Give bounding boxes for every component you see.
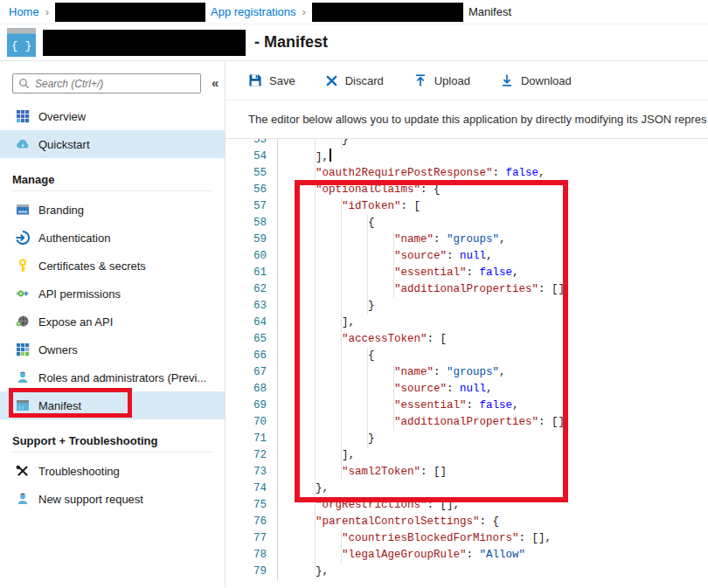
line-number: 59 — [226, 232, 267, 248]
branding-window-icon: www — [16, 203, 30, 217]
upload-button-label: Upload — [434, 74, 470, 87]
code-line[interactable]: { — [289, 215, 708, 232]
code-line[interactable]: ], — [289, 447, 708, 464]
chevron-right-icon: › — [302, 5, 306, 18]
sidebar-nav: OverviewQuickstartManagewwwBrandingAuthe… — [0, 102, 225, 513]
sidebar-item-quickstart[interactable]: Quickstart — [0, 130, 225, 158]
code-line[interactable]: "parentalControlSettings": { — [289, 514, 708, 530]
line-number: 56 — [226, 182, 267, 198]
line-number: 78 — [226, 547, 267, 564]
code-line[interactable]: "essential": false, — [289, 398, 708, 414]
code-line[interactable]: } — [289, 298, 708, 315]
sidebar-item-label: New support request — [38, 493, 143, 506]
code-line[interactable]: "source": null, — [289, 248, 708, 265]
sidebar-item-manifest[interactable]: ()Manifest — [0, 391, 225, 419]
code-line[interactable]: "additionalProperties": [] — [289, 414, 708, 431]
editor-description: The editor below allows you to update th… — [226, 100, 708, 139]
sidebar-section-support-troubleshooting: Support + Troubleshooting — [0, 431, 225, 452]
line-number: 65 — [226, 331, 267, 348]
code-line[interactable]: }, — [289, 564, 708, 580]
sidebar-item-api-permissions[interactable]: API permissions — [0, 280, 225, 308]
breadcrumb-app-registrations-link[interactable]: App registrations — [211, 5, 296, 18]
sidebar-item-label: Certificates & secrets — [38, 259, 146, 273]
line-number: 69 — [226, 398, 267, 414]
breadcrumb: Home › App registrations › Manifest — [0, 0, 708, 24]
collapse-sidebar-icon[interactable]: « — [212, 75, 219, 90]
sidebar-item-owners[interactable]: Owners — [0, 336, 225, 363]
code-line[interactable]: "legalAgeGroupRule": "Allow" — [289, 547, 708, 564]
manifest-json-editor[interactable]: 5354555657585960616263646566676869707172… — [226, 139, 708, 587]
download-arrow-icon — [500, 73, 514, 87]
line-number: 74 — [226, 481, 267, 497]
page-title: - Manifest — [254, 33, 328, 52]
code-line[interactable]: "optionalClaims": { — [289, 182, 708, 198]
sidebar-item-new-support-request[interactable]: New support request — [0, 485, 225, 513]
sidebar-section-manage: Manage — [0, 169, 225, 190]
code-line[interactable]: "countriesBlockedForMinors": [], — [289, 530, 708, 547]
search-input[interactable] — [35, 78, 195, 90]
line-number-gutter: 5354555657585960616263646566676869707172… — [226, 139, 278, 580]
sidebar-item-expose-an-api[interactable]: Expose an API — [0, 308, 225, 336]
save-button[interactable]: Save — [248, 73, 295, 87]
content-pane: SaveDiscardUploadDownload The editor bel… — [226, 61, 708, 587]
search-box — [12, 73, 201, 93]
sidebar-item-label: Branding — [38, 204, 84, 217]
code-line[interactable]: }, — [289, 481, 708, 497]
sidebar-item-authentication[interactable]: Authentication — [0, 224, 225, 252]
text-cursor — [330, 149, 331, 162]
line-number: 53 — [226, 139, 267, 149]
sidebar-item-branding[interactable]: wwwBranding — [0, 196, 225, 224]
code-line[interactable]: "essential": false, — [289, 265, 708, 281]
upload-button[interactable]: Upload — [413, 73, 470, 87]
redacted-directory-name — [55, 3, 205, 22]
authentication-signin-icon — [16, 231, 30, 245]
line-number: 67 — [226, 364, 267, 381]
sidebar-item-overview[interactable]: Overview — [0, 102, 225, 130]
overview-grid-icon — [16, 109, 30, 123]
breadcrumb-home-link[interactable]: Home — [9, 5, 39, 18]
code-line[interactable]: "orgRestrictions": [], — [289, 497, 708, 514]
sidebar-item-label: Expose an API — [38, 315, 113, 329]
code-line[interactable]: "saml2Token": [] — [289, 464, 708, 481]
line-number: 79 — [226, 564, 267, 580]
sidebar-item-certificates-secrets[interactable]: Certificates & secrets — [0, 252, 225, 280]
code-line[interactable]: { — [289, 348, 708, 364]
api-permissions-arrow-icon — [16, 287, 30, 301]
page-title-bar: { } - Manifest — [0, 24, 708, 61]
code-line[interactable]: "accessToken": [ — [289, 331, 708, 348]
code-line[interactable]: ], — [289, 149, 708, 165]
sidebar-item-label: Authentication — [38, 232, 110, 245]
sidebar-item-label: Overview — [38, 110, 86, 123]
code-line[interactable]: } — [289, 139, 708, 149]
code-line[interactable]: "source": null, — [289, 381, 708, 398]
azure-portal-page: Home › App registrations › Manifest { } … — [0, 0, 708, 588]
sidebar-item-roles-and-administrators[interactable]: Roles and administrators (Previ... — [0, 363, 225, 391]
sidebar-item-label: Manifest — [38, 399, 81, 412]
sidebar: « OverviewQuickstartManagewwwBrandingAut… — [0, 61, 226, 587]
upload-arrow-icon — [413, 73, 427, 87]
save-icon — [248, 73, 262, 87]
owners-grid-icon — [16, 342, 30, 356]
line-number: 77 — [226, 530, 267, 547]
svg-text:www: www — [18, 210, 28, 214]
sidebar-item-label: Troubleshooting — [38, 465, 120, 478]
discard-button[interactable]: Discard — [325, 74, 384, 87]
line-number: 63 — [226, 298, 267, 315]
crossed-tools-icon — [16, 464, 30, 478]
svg-text:{ }: { } — [11, 39, 31, 52]
line-number: 76 — [226, 514, 267, 530]
discard-x-icon — [325, 74, 338, 87]
sidebar-item-troubleshooting[interactable]: Troubleshooting — [0, 457, 225, 485]
code-line[interactable]: "additionalProperties": [] — [289, 281, 708, 298]
code-line[interactable]: "name": "groups", — [289, 232, 708, 248]
line-number: 72 — [226, 447, 267, 464]
code-line[interactable]: ], — [289, 315, 708, 331]
manifest-window-icon: () — [16, 398, 30, 412]
code-line[interactable]: "name": "groups", — [289, 364, 708, 381]
code-line[interactable]: "oauth2RequirePostResponse": false, — [289, 165, 708, 182]
download-button[interactable]: Download — [500, 73, 572, 87]
code-area[interactable]: }],"oauth2RequirePostResponse": false,"o… — [278, 139, 708, 580]
code-line[interactable]: "idToken": [ — [289, 198, 708, 215]
search-icon — [18, 78, 30, 89]
code-line[interactable]: } — [289, 431, 708, 447]
